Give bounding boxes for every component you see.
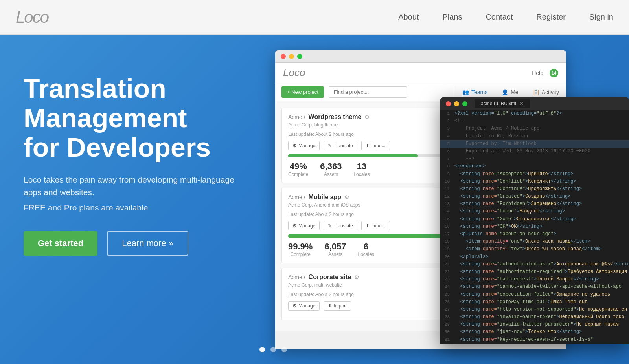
code-line-8: 8<resources>	[440, 163, 629, 170]
nav-register[interactable]: Register	[536, 13, 565, 21]
code-line-19: 19 <item quantity="few">Около %u часов н…	[440, 245, 629, 253]
gear-icon[interactable]: ⚙	[364, 114, 370, 120]
help-link[interactable]: Help	[532, 70, 543, 76]
code-line-29: 29 <string name="invalid-twitter-paramet…	[440, 321, 629, 328]
stat-locales-2: 6 Locales	[358, 241, 374, 257]
minimize-button[interactable]	[289, 54, 294, 59]
code-line-22: 22 <string name="authorization-required"…	[440, 268, 629, 276]
dot-3[interactable]	[281, 347, 287, 352]
translate-icon: ✎	[328, 143, 332, 148]
code-editor-window: acme-ru_RU.xml ✕ 1<?xml version="1.0" en…	[440, 97, 629, 344]
project-name-2[interactable]: Mobile app	[309, 194, 342, 201]
project-name-3[interactable]: Corporate site	[309, 274, 351, 281]
manage-icon-3: ⚙	[292, 303, 297, 309]
navbar-logo: Loco	[16, 8, 48, 27]
import-button-3[interactable]: ⬆ Import	[324, 301, 351, 311]
code-line-26: 26 <string name="gateway-time-out">Шлюз …	[440, 298, 629, 306]
code-line-7: 7 -->	[440, 155, 629, 163]
project-org-3: Acme /	[288, 274, 305, 280]
hero-left: TranslationManagementfor Developers Loco…	[0, 74, 275, 256]
code-line-18: 18 <item quantity="one">Около часа назад…	[440, 238, 629, 245]
navbar-links: About Plans Contact Register Sign in	[398, 13, 613, 22]
dot-1[interactable]	[259, 347, 265, 352]
app-header: Loco Help 14	[275, 63, 566, 83]
browser-titlebar	[275, 50, 566, 63]
gear-icon-3[interactable]: ⚙	[354, 274, 359, 280]
notifications-badge[interactable]: 14	[550, 69, 558, 77]
code-close-button[interactable]	[446, 101, 451, 106]
hero-title: TranslationManagementfor Developers	[24, 74, 252, 162]
code-tab-close[interactable]: ✕	[520, 101, 524, 106]
manage-button-2[interactable]: ⚙ Manage	[288, 221, 320, 230]
code-minimize-button[interactable]	[454, 101, 459, 106]
nav-signin[interactable]: Sign in	[589, 13, 613, 21]
gear-icon-2[interactable]: ⚙	[344, 194, 349, 200]
code-line-30: 30 <string name="just-now">Только что</s…	[440, 328, 629, 336]
hero-screenshot: Loco Help 14 + New project 👥 Teams	[275, 50, 629, 360]
hero-buttons: Get started Learn more »	[24, 231, 252, 256]
activity-icon: 📋	[533, 89, 539, 95]
project-org-2: Acme /	[288, 194, 305, 200]
stat-locales: 13 Locales	[353, 161, 370, 177]
progress-bar-fill	[288, 154, 418, 157]
code-titlebar: acme-ru_RU.xml ✕	[440, 97, 629, 110]
code-line-21: 21 <string name="authenticated-as-x">Авт…	[440, 261, 629, 268]
code-line-31: 31 <string name="key-required-even-if-se…	[440, 336, 629, 344]
learn-more-button[interactable]: Learn more »	[107, 231, 188, 256]
code-line-2: 2<!--	[440, 117, 629, 125]
import-icon-2: ⬆	[366, 223, 370, 229]
code-line-13: 13 <string name="Forbidden">Запрещено</s…	[440, 200, 629, 208]
project-org: Acme /	[288, 114, 305, 120]
close-button[interactable]	[281, 54, 286, 59]
nav-about[interactable]: About	[398, 13, 419, 21]
code-line-14: 14 <string name="Found">Найдено</string>	[440, 208, 629, 215]
app-logo: Loco	[283, 67, 305, 79]
project-search-input[interactable]	[329, 86, 407, 98]
manage-button-3[interactable]: ⚙ Manage	[288, 301, 320, 311]
translate-button-2[interactable]: ✎ Translate	[324, 221, 357, 230]
new-project-button[interactable]: + New project	[281, 86, 324, 98]
code-line-1: 1<?xml version="1.0" encoding="utf-8"?>	[440, 110, 629, 117]
code-line-6: 6 Exported at: Wed, 06 Nov 2013 16:17:00…	[440, 148, 629, 155]
code-line-16: 16 <string name="OK">OK</string>	[440, 223, 629, 230]
translate-button[interactable]: ✎ Translate	[324, 141, 357, 150]
hero-subtitle: Loco takes the pain away from developing…	[24, 174, 236, 198]
code-line-12: 12 <string name="Created">Создано</strin…	[440, 193, 629, 200]
code-line-3: 3 Project: Acme / Mobile app	[440, 125, 629, 132]
code-line-5: 5 Exported by: Tim Whitlock	[440, 140, 629, 148]
nav-plans[interactable]: Plans	[442, 13, 462, 21]
code-line-10: 10 <string name="Conflict">Конфликт</str…	[440, 178, 629, 185]
maximize-button[interactable]	[297, 54, 302, 59]
navbar: Loco About Plans Contact Register Sign i…	[0, 0, 629, 35]
stat-complete-2: 99.9% Complete	[288, 241, 313, 257]
code-line-4: 4 Locale: ru_RU, Russian	[440, 133, 629, 140]
hero-carousel-dots	[259, 347, 287, 352]
code-line-23: 23 <string name="bad-request">Плохой Зап…	[440, 276, 629, 283]
import-icon-3: ⬆	[328, 303, 332, 309]
code-line-28: 28 <string name="invalid-oauth-token">Не…	[440, 313, 629, 321]
get-started-button[interactable]: Get started	[24, 231, 97, 256]
hero-section: TranslationManagementfor Developers Loco…	[0, 35, 629, 364]
manage-icon: ⚙	[292, 143, 297, 148]
code-line-24: 24 <string name="cannot-enable-twitter-a…	[440, 283, 629, 291]
code-line-9: 9 <string name="Accepted">Принято</strin…	[440, 170, 629, 178]
dot-2[interactable]	[270, 347, 276, 352]
teams-icon: 👥	[462, 89, 469, 95]
project-name[interactable]: Wordpress theme	[309, 113, 362, 121]
stat-assets: 6,363 Assets	[320, 161, 342, 177]
me-icon: 👤	[502, 89, 508, 95]
import-button[interactable]: ⬆ Impo...	[361, 141, 390, 150]
nav-contact[interactable]: Contact	[486, 13, 513, 21]
manage-button[interactable]: ⚙ Manage	[288, 141, 320, 150]
code-file-tab[interactable]: acme-ru_RU.xml ✕	[475, 99, 530, 108]
code-line-11: 11 <string name="Continue">Продолжить</s…	[440, 185, 629, 193]
import-button-2[interactable]: ⬆ Impo...	[361, 221, 390, 230]
code-line-17: 17 <plurals name="about-an-hour-ago">	[440, 230, 629, 238]
translate-icon-2: ✎	[328, 223, 332, 229]
code-line-25: 25 <string name="expectation-failed">Ожи…	[440, 291, 629, 298]
code-line-15: 15 <string name="Gone">Отправляется</str…	[440, 216, 629, 223]
manage-icon-2: ⚙	[292, 223, 297, 229]
code-maximize-button[interactable]	[462, 101, 467, 106]
code-line-27: 27 <string name="http-version-not-suppor…	[440, 306, 629, 313]
code-line-20: 20 </plurals>	[440, 253, 629, 261]
